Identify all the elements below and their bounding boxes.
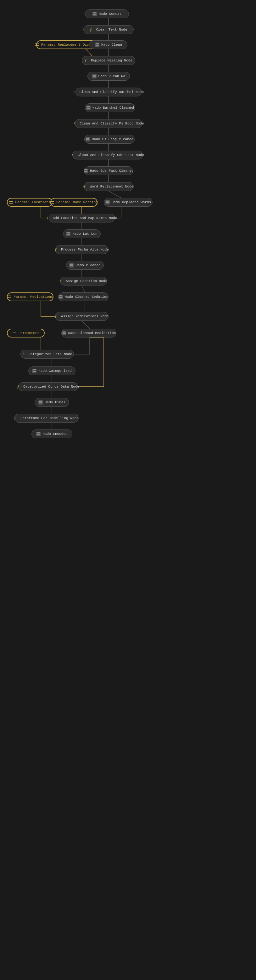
node-label: Dataframe For Modelling Node [21, 416, 79, 420]
db-icon [58, 294, 63, 299]
params-replacement-dict-na-node[interactable]: Params: Replacement Dict Na [36, 40, 96, 49]
node-label: Hado Replaced Words [112, 200, 151, 204]
categorized-data-node[interactable]: ƒ Categorized Data Node [21, 350, 74, 359]
hado-gds-fast-cleaned-node[interactable]: Hado Gds Fast Cleaned [84, 166, 133, 175]
svg-line-16 [82, 285, 85, 293]
node-label: Clean And Classify Gds Fast Node [78, 153, 144, 157]
node-label: Hado Clean Na [98, 74, 125, 78]
hado-lat-lon-node[interactable]: Hado Lat Lon [63, 229, 101, 238]
db-icon [95, 43, 100, 47]
connector-lines [0, 0, 256, 980]
func-icon: ƒ [84, 185, 88, 189]
hado-clean-node[interactable]: Hado Clean [90, 40, 127, 49]
node-label: Word Replacement Node [90, 185, 134, 188]
node-label: Clean And Classify Ps Ecog Node [79, 122, 144, 126]
assign-medications-node[interactable]: ƒ Assign Medications Node [55, 312, 109, 321]
node-label: Hado Cleaned Sedation [65, 295, 109, 299]
func-icon: ƒ [85, 58, 89, 63]
node-label: Clean And Classify Barthel Node [79, 90, 144, 94]
func-icon: ƒ [73, 90, 78, 94]
params-medications-node[interactable]: Params: Medications [7, 293, 54, 301]
node-label: Hado Final [45, 401, 65, 404]
db-icon [69, 263, 74, 267]
param-icon [9, 200, 13, 205]
db-icon [105, 200, 110, 205]
svg-line-17 [82, 321, 90, 329]
hado-encoded-node[interactable]: Hado Encoded [32, 430, 72, 438]
node-label: Categorized Otros Data Node [23, 385, 79, 388]
node-label: Add Location And Map Names Node [53, 216, 117, 220]
db-icon [38, 400, 43, 405]
node-label: Hado Barthel Cleaned [92, 106, 134, 110]
db-icon [85, 137, 90, 142]
db-icon [84, 169, 88, 173]
node-label: Hado Cleaned [76, 263, 100, 267]
replace-missing-node[interactable]: ƒ Replace Missing Node [82, 56, 135, 65]
categorized-otros-data-node[interactable]: ƒ Categorized Otros Data Node [18, 382, 78, 391]
db-icon [92, 74, 96, 78]
node-label: Hado Categorized [38, 369, 72, 373]
node-label: Hado Lat Lon [72, 232, 97, 236]
hado-clean-na-node[interactable]: Hado Clean Na [87, 72, 130, 81]
node-label: Params: Locations [15, 200, 50, 204]
db-icon [66, 232, 70, 236]
clean-classify-barthel-node[interactable]: ƒ Clean And Classify Barthel Node [76, 88, 142, 96]
clean-classify-ps-ecog-node[interactable]: ƒ Clean And Classify Ps Ecog Node [75, 119, 142, 128]
node-label: Assign Sedation Node [66, 279, 107, 283]
node-label: Hado Clean [101, 43, 122, 47]
hado-cleaned-node[interactable]: Hado Cleaned [66, 261, 104, 270]
param-icon [7, 294, 12, 299]
func-icon: ƒ [55, 247, 59, 252]
node-label: Process Fecha Alta Node [61, 248, 109, 251]
node-label: Params: Name Mapping [56, 200, 98, 204]
hado-ps-ecog-cleaned-node[interactable]: Hado Ps Ecog Cleaned [84, 135, 134, 144]
parameters-node[interactable]: Parameters [7, 329, 45, 337]
node-label: Params: Replacement Dict Na [41, 43, 97, 47]
param-icon [12, 331, 17, 335]
hado-categorized-node[interactable]: Hado Categorized [28, 366, 76, 375]
func-icon: ƒ [90, 27, 94, 32]
process-fecha-alta-node[interactable]: ƒ Process Fecha Alta Node [55, 245, 109, 254]
node-label: Hado Cleaned Medication [68, 331, 116, 335]
params-locations-node[interactable]: Params: Locations [7, 198, 52, 207]
params-name-mapping-node[interactable]: Params: Name Mapping [50, 198, 98, 207]
hado-cleaned-medication-node[interactable]: Hado Cleaned Medication [61, 329, 116, 337]
pipeline-canvas: Hado Concat ƒ Clean Text Node Params: Re… [0, 0, 256, 980]
func-icon: ƒ [17, 385, 21, 389]
func-icon: ƒ [47, 216, 51, 220]
db-icon [62, 331, 66, 335]
hado-barthel-cleaned-node[interactable]: Hado Barthel Cleaned [85, 103, 135, 112]
db-icon [86, 105, 90, 110]
hado-replaced-words-node[interactable]: Hado Replaced Words [104, 198, 153, 207]
add-location-map-names-node[interactable]: ƒ Add Location And Map Names Node [49, 214, 115, 223]
node-label: Parameters [19, 331, 40, 335]
node-label: Replace Missing Node [91, 59, 133, 62]
func-icon: ƒ [71, 153, 76, 157]
hado-cleaned-sedation-node[interactable]: Hado Cleaned Sedation [58, 293, 109, 301]
db-icon [36, 432, 41, 436]
hado-final-node[interactable]: Hado Final [35, 398, 69, 407]
dataframe-for-modelling-node[interactable]: ƒ Dataframe For Modelling Node [14, 414, 79, 423]
svg-line-11 [109, 191, 121, 198]
assign-sedation-node[interactable]: ƒ Assign Sedation Node [60, 277, 107, 285]
clean-text-node[interactable]: ƒ Clean Text Node [83, 25, 134, 34]
node-label: Hado Concat [99, 12, 122, 16]
clean-classify-gds-node[interactable]: ƒ Clean And Classify Gds Fast Node [72, 151, 143, 159]
node-label: Clean Text Node [96, 28, 127, 32]
func-icon: ƒ [55, 314, 59, 318]
func-icon: ƒ [14, 416, 19, 420]
node-label: Categorized Data Node [28, 352, 72, 356]
node-label: Hado Encoded [43, 432, 67, 436]
db-icon [92, 12, 97, 16]
node-label: Hado Ps Ecog Cleaned [92, 137, 133, 141]
func-icon: ƒ [73, 121, 78, 126]
hado-concat-node[interactable]: Hado Concat [85, 10, 129, 18]
node-label: Hado Gds Fast Cleaned [90, 169, 134, 173]
func-icon: ƒ [22, 352, 27, 356]
param-icon [35, 43, 40, 47]
node-label: Params: Medications [14, 295, 53, 299]
word-replacement-node[interactable]: ƒ Word Replacement Node [83, 182, 134, 191]
db-icon [32, 369, 36, 373]
param-icon [50, 200, 54, 205]
node-label: Assign Medications Node [61, 315, 109, 318]
